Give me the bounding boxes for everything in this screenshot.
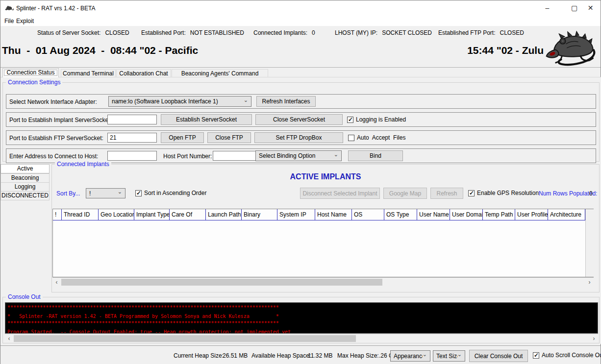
status-value: SOCKET CLOSED bbox=[382, 29, 432, 36]
auto-scroll-checkbox[interactable]: Auto Scroll Console Out bbox=[533, 352, 601, 359]
column-header[interactable]: Host Name bbox=[315, 209, 352, 220]
menu-bar: File Exploit bbox=[0, 16, 601, 26]
column-header[interactable]: Geo Location bbox=[99, 209, 134, 220]
sort-by-label: Sort By... bbox=[56, 190, 80, 197]
checkbox-box bbox=[348, 135, 354, 141]
checkbox-check-icon bbox=[347, 117, 353, 123]
implant-port-input[interactable] bbox=[107, 115, 157, 124]
available-heap-label: Available Heap Space: bbox=[251, 352, 311, 359]
tab-collaboration-chat[interactable]: Collaboration Chat bbox=[116, 69, 171, 77]
clear-console-button[interactable]: Clear Console Out bbox=[469, 350, 528, 362]
close-serversocket-button[interactable]: Close ServerSocket bbox=[255, 114, 343, 125]
bind-button[interactable]: Bind bbox=[348, 150, 403, 161]
tab-connection-status[interactable]: Connection Status bbox=[2, 68, 59, 77]
column-header[interactable]: System IP bbox=[277, 209, 315, 220]
chevron-down-icon bbox=[423, 353, 427, 359]
chevron-down-icon bbox=[334, 153, 338, 159]
scroll-left-icon[interactable]: ‹ bbox=[5, 334, 13, 343]
ftp-port-input[interactable] bbox=[107, 133, 157, 143]
close-ftp-button[interactable]: Close FTP bbox=[207, 132, 251, 143]
scroll-right-icon[interactable]: › bbox=[585, 278, 594, 287]
refresh-interfaces-button[interactable]: Refresh Interfaces bbox=[256, 96, 316, 107]
status-label: LHOST (MY) IP: bbox=[335, 29, 377, 36]
text-size-combo[interactable]: Text Size bbox=[433, 350, 465, 362]
column-header[interactable]: User Profile bbox=[515, 209, 548, 220]
sort-by-combo[interactable]: ! bbox=[86, 188, 125, 198]
window-title: Splinter - RAT vrs 1.42 - BETA bbox=[16, 5, 95, 12]
chevron-down-icon bbox=[457, 353, 462, 359]
sort-by-value: ! bbox=[89, 190, 118, 197]
close-button[interactable]: ✕ bbox=[579, 0, 601, 16]
implant-tab-disconnected[interactable]: DISCONNECTED bbox=[0, 191, 50, 200]
scrollbar-thumb[interactable] bbox=[14, 335, 356, 342]
gps-resolution-checkbox[interactable]: Enable GPS Resolution bbox=[468, 190, 539, 196]
table-horizontal-scrollbar[interactable]: ‹ › bbox=[52, 277, 594, 287]
sort-ascending-label: Sort in Ascending Order bbox=[144, 190, 206, 196]
sort-ascending-checkbox[interactable]: Sort in Ascending Order bbox=[135, 190, 206, 196]
chevron-down-icon bbox=[244, 98, 248, 105]
connected-implants-group: Connected Implants ACTIVE IMPLANTS Sort … bbox=[51, 164, 600, 292]
console-horizontal-scrollbar[interactable]: ‹ › bbox=[5, 334, 598, 343]
console-out-title: Console Out bbox=[6, 293, 43, 300]
current-heap-label: Current Heap Size: bbox=[174, 352, 224, 359]
column-header[interactable]: Binary bbox=[242, 209, 277, 220]
title-bar: Splinter - RAT vrs 1.42 - BETA – ▢ ✕ bbox=[0, 0, 601, 16]
column-header[interactable]: User Domain bbox=[450, 209, 483, 220]
host-address-input[interactable] bbox=[107, 151, 157, 161]
binding-option-value: Select Binding Option bbox=[259, 152, 334, 159]
column-header[interactable]: Architecture bbox=[548, 209, 585, 220]
logging-enabled-checkbox[interactable]: Logging is Enabled bbox=[347, 116, 406, 123]
host-address-label: Enter Address to Connect to Host: bbox=[9, 153, 98, 160]
status-value: 0 bbox=[312, 29, 315, 36]
minimize-button[interactable]: – bbox=[536, 0, 558, 16]
host-port-label: Host Port Number: bbox=[163, 153, 212, 160]
tab-beaconing-terminal[interactable]: Beaconing Agents' Command Terminal bbox=[172, 69, 268, 77]
column-header[interactable]: User Name bbox=[417, 209, 450, 220]
table-vertical-scrollbar[interactable] bbox=[585, 209, 594, 277]
scroll-left-icon[interactable]: ‹ bbox=[52, 278, 61, 287]
set-ftp-dropbox-button[interactable]: Set FTP DropBox bbox=[254, 132, 343, 143]
scrollbar-thumb[interactable] bbox=[61, 279, 382, 286]
status-label: Established FTP Port: bbox=[438, 29, 496, 36]
host-port-input[interactable] bbox=[213, 151, 260, 161]
console-line: ****************************************… bbox=[7, 320, 596, 327]
column-header[interactable]: Thread ID bbox=[62, 209, 99, 220]
google-map-button[interactable]: Google Map bbox=[383, 188, 427, 199]
status-strip: Status of Server Socket: CLOSED Establis… bbox=[0, 26, 601, 68]
establish-serversocket-button[interactable]: Establish ServerSocket bbox=[161, 114, 252, 125]
scroll-right-icon[interactable]: › bbox=[590, 334, 598, 343]
console-output[interactable]: ****************************************… bbox=[5, 302, 598, 334]
auto-accept-files-checkbox[interactable]: Auto Accept Files bbox=[348, 134, 405, 141]
implants-table-header: ! Thread ID Geo Location Implant Type Ca… bbox=[53, 209, 585, 220]
chevron-down-icon bbox=[118, 190, 122, 196]
column-header[interactable]: Temp Path bbox=[483, 209, 515, 220]
implant-tab-logging[interactable]: Logging bbox=[0, 182, 50, 192]
implant-socket-row: Port to Establish Implant ServerSocket: … bbox=[6, 112, 596, 127]
console-out-group: Console Out ****************************… bbox=[2, 297, 600, 343]
appearance-combo[interactable]: Appearance bbox=[390, 350, 430, 362]
auto-accept-files-label: Auto Accept Files bbox=[357, 134, 405, 141]
tab-command-terminal[interactable]: Command Terminal bbox=[61, 69, 116, 77]
column-header[interactable]: OS Type bbox=[384, 209, 417, 220]
column-header[interactable]: Care Of bbox=[170, 209, 206, 220]
app-window: Splinter - RAT vrs 1.42 - BETA – ▢ ✕ Fil… bbox=[0, 0, 601, 364]
status-value: CLOSED bbox=[500, 29, 524, 36]
status-value: NOT ESTABLISHED bbox=[190, 29, 244, 36]
bottom-bar: Current Heap Size: 26.51 MB Available He… bbox=[0, 345, 601, 364]
adapter-combo[interactable]: name:lo (Software Loopback Interface 1) bbox=[108, 96, 251, 107]
open-ftp-button[interactable]: Open FTP bbox=[161, 132, 204, 143]
ftp-port-status: Established FTP Port: CLOSED bbox=[438, 29, 524, 36]
column-header[interactable]: Launch Path bbox=[206, 209, 242, 220]
status-label: Status of Server Socket: bbox=[37, 29, 100, 36]
implant-tab-beaconing[interactable]: Beaconing bbox=[0, 173, 50, 183]
implant-tab-active[interactable]: Active bbox=[0, 164, 50, 173]
checkbox-check-icon bbox=[135, 190, 142, 196]
column-header[interactable]: OS bbox=[352, 209, 384, 220]
binding-option-combo[interactable]: Select Binding Option bbox=[255, 150, 342, 161]
column-header[interactable]: Implant Type bbox=[134, 209, 170, 220]
ftp-socket-row: Port to Establish FTP ServerSocket: Open… bbox=[6, 130, 596, 145]
disconnect-implant-button[interactable]: Disconnect Selected Implant bbox=[300, 188, 380, 199]
menu-exploit[interactable]: Exploit bbox=[14, 17, 36, 25]
refresh-button[interactable]: Refresh bbox=[430, 188, 463, 199]
column-header[interactable]: ! bbox=[53, 209, 62, 220]
